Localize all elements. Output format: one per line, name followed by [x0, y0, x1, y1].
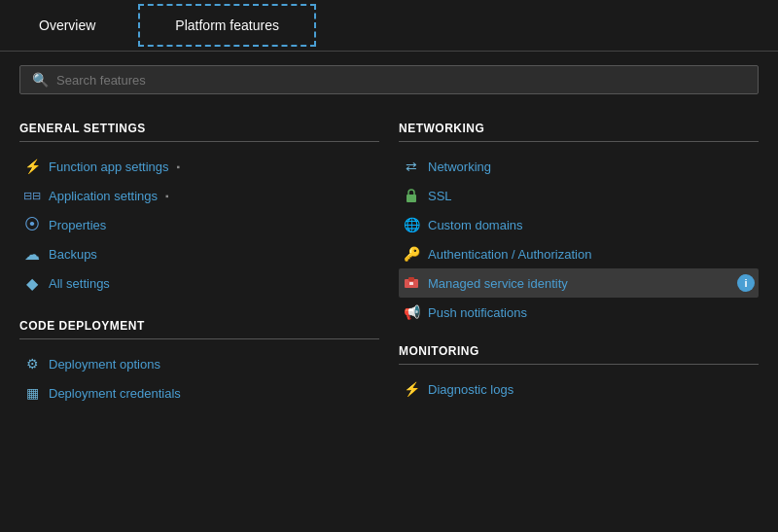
sidebar-item-push-notifications[interactable]: 📢 Push notifications	[399, 298, 759, 327]
sidebar-item-backups[interactable]: ☁ Backups	[19, 239, 379, 268]
sidebar-item-custom-domains[interactable]: 🌐 Custom domains	[399, 210, 759, 239]
function-app-settings-label: Function app settings	[49, 160, 169, 174]
tab-bar: Overview Platform features	[0, 0, 778, 52]
push-notifications-icon: 📢	[403, 303, 420, 321]
monitoring-divider	[399, 364, 759, 365]
auth-label: Authentication / Authorization	[428, 247, 591, 262]
right-column: NETWORKING ⇄ Networking SSL 🌐 Custom dom…	[399, 108, 759, 408]
sidebar-item-ssl[interactable]: SSL	[399, 181, 759, 210]
deployment-credentials-icon: ▦	[23, 384, 41, 402]
managed-service-identity-info-badge[interactable]: i	[737, 274, 755, 292]
sidebar-item-all-settings[interactable]: ◆ All settings	[19, 268, 379, 298]
application-settings-label: Application settings	[49, 189, 158, 203]
search-input[interactable]	[56, 73, 746, 88]
code-deployment-divider	[19, 338, 379, 339]
search-bar: 🔍	[19, 65, 759, 94]
networking-divider	[399, 141, 759, 142]
sidebar-item-auth-authorization[interactable]: 🔑 Authentication / Authorization	[399, 239, 759, 268]
custom-domains-label: Custom domains	[428, 218, 523, 232]
deployment-credentials-label: Deployment credentials	[49, 386, 181, 401]
svg-rect-0	[407, 195, 416, 202]
networking-label: Networking	[428, 160, 491, 174]
ssl-label: SSL	[428, 189, 452, 203]
managed-service-identity-icon	[403, 274, 420, 292]
sidebar-item-managed-service-identity[interactable]: Managed service identity i	[399, 268, 759, 298]
general-settings-divider	[19, 141, 379, 142]
general-settings-header: GENERAL SETTINGS	[19, 122, 379, 135]
networking-header: NETWORKING	[399, 122, 759, 135]
backups-icon: ☁	[23, 245, 41, 263]
custom-domains-icon: 🌐	[403, 216, 420, 233]
backups-label: Backups	[49, 247, 97, 262]
push-notifications-label: Push notifications	[428, 305, 527, 320]
networking-icon: ⇄	[403, 158, 420, 175]
sidebar-item-application-settings[interactable]: ⊟⊟ Application settings ▪	[19, 181, 379, 210]
monitoring-header: MONITORING	[399, 344, 759, 358]
svg-rect-3	[409, 282, 413, 285]
tab-overview[interactable]: Overview	[0, 0, 134, 51]
sidebar-item-deployment-credentials[interactable]: ▦ Deployment credentials	[19, 378, 379, 408]
application-settings-icon: ⊟⊟	[23, 187, 41, 204]
sidebar-item-diagnostic-logs[interactable]: ⚡ Diagnostic logs	[399, 374, 759, 404]
main-content: GENERAL SETTINGS ⚡ Function app settings…	[0, 108, 778, 408]
left-column: GENERAL SETTINGS ⚡ Function app settings…	[19, 108, 379, 408]
tab-platform-features[interactable]: Platform features	[138, 4, 316, 47]
properties-icon: ⦿	[23, 216, 41, 233]
function-app-settings-extra-icon: ▪	[177, 161, 181, 172]
all-settings-label: All settings	[49, 276, 110, 291]
deployment-options-label: Deployment options	[49, 357, 160, 372]
diagnostic-logs-icon: ⚡	[403, 380, 420, 398]
function-app-settings-icon: ⚡	[23, 158, 41, 175]
search-icon: 🔍	[32, 72, 49, 88]
sidebar-item-deployment-options[interactable]: ⚙ Deployment options	[19, 349, 379, 378]
managed-service-identity-label: Managed service identity	[428, 276, 568, 291]
properties-label: Properties	[49, 218, 106, 232]
svg-rect-2	[408, 277, 414, 281]
diagnostic-logs-label: Diagnostic logs	[428, 382, 513, 397]
sidebar-item-function-app-settings[interactable]: ⚡ Function app settings ▪	[19, 152, 379, 181]
ssl-icon	[403, 187, 420, 204]
all-settings-icon: ◆	[23, 274, 41, 292]
sidebar-item-properties[interactable]: ⦿ Properties	[19, 210, 379, 239]
code-deployment-header: CODE DEPLOYMENT	[19, 319, 379, 333]
deployment-options-icon: ⚙	[23, 355, 41, 372]
sidebar-item-networking[interactable]: ⇄ Networking	[399, 152, 759, 181]
application-settings-extra-icon: ▪	[165, 191, 169, 201]
auth-icon: 🔑	[403, 245, 420, 263]
